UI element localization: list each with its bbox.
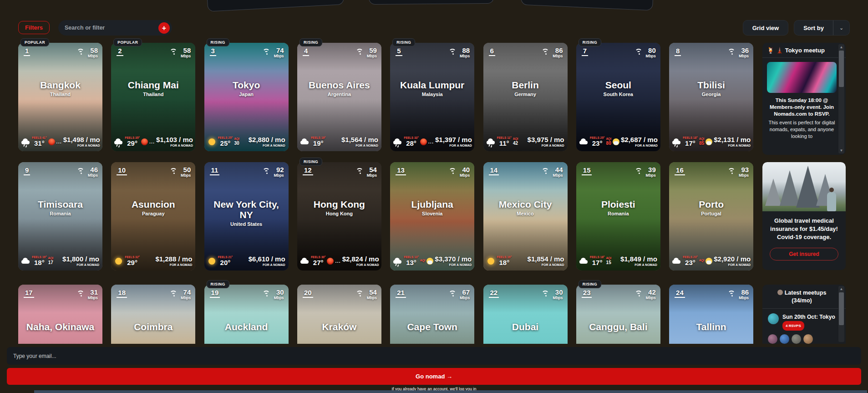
- for-a-nomad-label: FOR A NOMAD: [62, 263, 99, 266]
- city-region: United States: [207, 221, 286, 227]
- photo-shade: [297, 162, 381, 271]
- wifi-icon: [170, 168, 178, 174]
- temperature-value: 27°: [313, 259, 324, 266]
- mbps-unit: Mbps: [367, 173, 377, 178]
- insurance-widget[interactable]: Global travel medical insurance for $1.4…: [762, 162, 846, 270]
- attendee-avatars: [762, 333, 846, 345]
- scroll-down-icon[interactable]: ▼: [838, 148, 844, 153]
- city-card[interactable]: 946MbpsTimisoaraRomaniaFEELS 19°18°AQI17…: [18, 162, 102, 271]
- add-filter-button[interactable]: +: [158, 22, 170, 34]
- internet-speed: 42Mbps: [635, 289, 656, 300]
- city-card[interactable]: RISING780MbpsSeoulSouth KoreaFEELS 25°23…: [576, 43, 660, 151]
- wifi-icon: [635, 168, 644, 174]
- city-card[interactable]: RISING459MbpsBuenos AiresArgentinaFEELS …: [297, 43, 381, 151]
- city-card[interactable]: RISING374MbpsTokyoJapanFEELS 25°25°AQI30…: [204, 43, 289, 151]
- photo-shade: [204, 43, 289, 151]
- city-card[interactable]: 1539MbpsPloiestiRomaniaFEELS 18°17°AQI15…: [576, 162, 660, 271]
- tokyo-meetup-widget[interactable]: 🍹 🗼 Tokyo meetup This Sunday 18:00 @ Mem…: [762, 43, 846, 155]
- meetup-list-item[interactable]: Sun 20th Oct: Tokyo 4 RSVPS: [762, 309, 846, 333]
- city-card[interactable]: 1050MbpsAsuncionParaguayFEELS 32°29°$1,2…: [111, 162, 195, 271]
- meetup-body: This Sunday 18:00 @ Members-only event. …: [762, 58, 846, 144]
- scrollbar[interactable]: ▲ ▼: [838, 44, 844, 153]
- scroll-up-icon[interactable]: ▲: [838, 45, 844, 49]
- city-card[interactable]: 686MbpsBerlinGermanyFEELS 11°11°AQI42$3,…: [483, 43, 568, 151]
- get-insured-button[interactable]: Get insured: [770, 248, 838, 260]
- internet-speed: 86Mbps: [728, 289, 749, 300]
- aqi-label: AQI: [699, 259, 705, 262]
- photo-shade: [297, 43, 381, 151]
- city-card[interactable]: 1693MbpsPortoPortugalFEELS 23°23°AQI$2,9…: [669, 162, 753, 271]
- mbps-unit: Mbps: [553, 54, 563, 58]
- card-top-bar: 2486Mbps: [675, 289, 749, 300]
- chevron-down-icon[interactable]: ⌄: [833, 20, 850, 36]
- card-info-bar: FEELS 13°13°AQI$3,370 / moFOR A NOMAD: [393, 255, 471, 266]
- card-info-bar: FEELS 41°31°...$1,498 / moFOR A NOMAD: [21, 136, 99, 147]
- card-top-bar: 2167Mbps: [396, 289, 470, 300]
- city-card[interactable]: POPULAR158MbpsBangkokThailandFEELS 41°31…: [18, 43, 102, 151]
- city-rank: 8: [675, 47, 681, 56]
- mbps-number: 30: [276, 289, 284, 296]
- price-block: $1,854 / moFOR A NOMAD: [528, 255, 564, 266]
- card-top-bar: 1254Mbps: [303, 166, 377, 178]
- card-top-bar: 836Mbps: [675, 47, 749, 58]
- mbps-number: 54: [369, 166, 377, 173]
- search-input[interactable]: [65, 25, 158, 31]
- temperature: FEELS 13°13°: [404, 256, 419, 266]
- scrollbar-thumb[interactable]: [839, 292, 844, 325]
- temperature-value: 18°: [499, 259, 509, 266]
- card-top-bar: 374Mbps: [210, 47, 284, 58]
- monthly-price: $1,103 / mo: [156, 136, 193, 143]
- air-quality: AQI30: [234, 138, 239, 146]
- city-photo: [669, 162, 753, 271]
- search-bar[interactable]: +: [58, 20, 172, 36]
- mbps-unit: Mbps: [181, 173, 191, 178]
- city-card[interactable]: 1192MbpsNew York City, NYUnited StatesFE…: [204, 162, 289, 271]
- temperature-value: 19°: [313, 140, 324, 147]
- top-panel-middle: [369, 0, 494, 5]
- city-rank: 1: [24, 47, 30, 56]
- monthly-price: $2,880 / mo: [249, 136, 285, 143]
- city-title-block: Dubai: [486, 322, 565, 332]
- rain-icon: [21, 138, 30, 145]
- temperature: FEELS 19°19°: [311, 137, 326, 147]
- mbps-unit: Mbps: [646, 54, 656, 58]
- trend-badge: POPULAR: [113, 38, 142, 46]
- city-card[interactable]: RISING588MbpsKuala LumpurMalaysiaFEELS 3…: [390, 43, 474, 151]
- mbps-value: 30Mbps: [553, 289, 563, 300]
- mbps-number: 92: [276, 166, 284, 173]
- mbps-value: 86Mbps: [553, 47, 563, 58]
- mbps-value: 86Mbps: [739, 289, 749, 300]
- city-card[interactable]: POPULAR258MbpsChiang MaiThailandFEELS 35…: [111, 43, 195, 151]
- email-input[interactable]: [7, 347, 861, 365]
- city-card[interactable]: RISING1254MbpsHong KongHong KongFEELS 30…: [297, 162, 381, 271]
- city-title-block: Kuala LumpurMalaysia: [393, 80, 472, 97]
- mask-face-emoji: [613, 138, 619, 145]
- city-photo: [111, 43, 195, 151]
- wifi-icon: [77, 168, 86, 174]
- sort-by-group: Sort by ⌄: [794, 20, 850, 36]
- air-quality: AQI: [420, 259, 426, 263]
- grid-view-button[interactable]: Grid view: [743, 20, 789, 36]
- city-photo: [390, 43, 474, 151]
- filters-button[interactable]: Filters: [18, 21, 50, 34]
- card-info-bar: FEELS 35°29°...$1,103 / moFOR A NOMAD: [114, 136, 192, 147]
- mbps-value: 54Mbps: [367, 166, 377, 178]
- card-info-bar: FEELS 19°18°$1,854 / moFOR A NOMAD: [487, 255, 564, 266]
- scrollbar-thumb[interactable]: [839, 51, 844, 87]
- temperature-value: 28°: [406, 140, 416, 147]
- city-card[interactable]: 836MbpsTbilisiGeorgiaFEELS 18°17°AQI85$2…: [669, 43, 753, 151]
- city-rank: 7: [582, 47, 588, 56]
- city-card[interactable]: 1444MbpsMexico CityMexicoFEELS 19°18°$1,…: [483, 162, 568, 271]
- air-quality: AQI15: [606, 257, 611, 265]
- city-card[interactable]: 1340MbpsLjubljanaSloveniaFEELS 13°13°AQI…: [390, 162, 474, 271]
- mbps-number: 86: [741, 289, 749, 296]
- go-nomad-button[interactable]: Go nomad →: [7, 368, 861, 385]
- scrollbar[interactable]: ▲: [838, 286, 844, 342]
- city-rank: 5: [396, 47, 402, 56]
- page: { "toolbar": { "filters_label": "Filters…: [0, 0, 868, 393]
- city-region: Thailand: [114, 92, 193, 97]
- sort-by-button[interactable]: Sort by: [794, 20, 833, 36]
- trend-badge: RISING: [207, 38, 229, 46]
- scroll-up-icon[interactable]: ▲: [838, 287, 844, 291]
- city-photo: [204, 43, 289, 151]
